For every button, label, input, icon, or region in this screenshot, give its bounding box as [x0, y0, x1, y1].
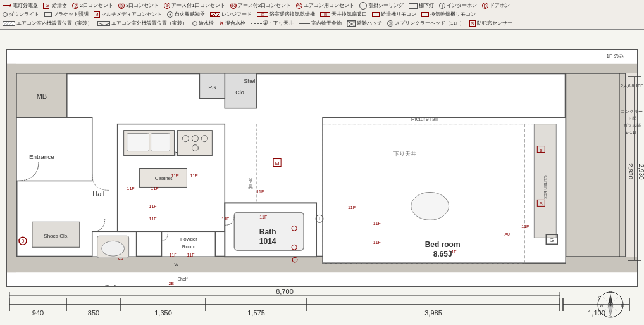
svg-text:1014: 1014	[259, 237, 276, 246]
svg-text:11F: 11F	[521, 224, 529, 229]
legend-mix-faucet: ✕ 混合水栓	[219, 19, 245, 28]
svg-text:Powder: Powder	[180, 236, 197, 242]
svg-text:N: N	[609, 291, 612, 294]
svg-rect-7	[566, 73, 626, 257]
legend-outdoor-ac: エアコン室外機設置位置（実装）	[97, 19, 187, 28]
svg-rect-13	[16, 118, 92, 181]
svg-text:G: G	[550, 237, 554, 243]
legend-water-faucet: 給水栓	[192, 19, 214, 28]
svg-text:z: z	[598, 295, 600, 299]
svg-text:Bath: Bath	[259, 227, 276, 236]
svg-rect-9	[7, 64, 637, 73]
svg-text:PS: PS	[208, 84, 216, 91]
svg-text:3,985: 3,985	[424, 309, 442, 317]
svg-text:Clo.: Clo.	[235, 89, 245, 96]
svg-text:11F: 11F	[348, 205, 356, 210]
svg-text:Shelf: Shelf	[177, 277, 187, 281]
svg-text:S: S	[540, 148, 543, 153]
legend-dryer-remote: 換気乾燥機リモコン	[421, 10, 476, 19]
compass: N E W S z	[597, 291, 625, 322]
legend-2outlet: 2 2口コンセント	[72, 1, 113, 10]
svg-text:Curtain Box: Curtain Box	[543, 175, 548, 199]
legend-ac-outlet: AC エアコン用コンセント	[296, 1, 354, 10]
svg-rect-91	[151, 134, 170, 151]
svg-text:11F: 11F	[449, 250, 457, 254]
legend-water-heater-remote: 給湯機リモコン	[372, 10, 416, 19]
svg-text:11F: 11F	[169, 253, 176, 257]
svg-point-39	[411, 192, 449, 220]
legend-row-2: ダウンライト ブラケット照明 M マルチメディアコンセント 自火報感知器 レンジ…	[3, 10, 641, 19]
legend-interphone: i インターホン	[439, 1, 477, 10]
svg-text:Picture rail: Picture rail	[411, 116, 438, 122]
dimensions-area: 940 850 1,350 1,575 3,985 8,700 1,100	[6, 289, 638, 324]
svg-text:S: S	[540, 201, 543, 206]
svg-text:1,350: 1,350	[154, 309, 172, 317]
concrete-label: コンクリート部ガラス部 2-11F	[621, 108, 643, 136]
legend-doorphone: D ドアホン	[482, 1, 510, 10]
legend-ceiling-hook: 引掛シーリング	[359, 1, 404, 10]
legend-downlight: ダウンライト	[3, 10, 39, 19]
svg-text:1,575: 1,575	[247, 309, 265, 317]
svg-text:11F: 11F	[149, 217, 157, 221]
svg-text:下り天井: 下り天井	[393, 151, 416, 157]
svg-text:2E: 2E	[168, 281, 174, 286]
svg-text:Hall: Hall	[92, 190, 104, 198]
svg-text:850: 850	[88, 309, 99, 317]
legend-multimedia: M マルチメディアコンセント	[94, 10, 162, 19]
svg-text:11F: 11F	[373, 221, 381, 226]
svg-line-2	[347, 21, 356, 27]
svg-rect-8	[7, 64, 16, 272]
floor-description-right: 2,4,6,8,10F	[621, 82, 643, 89]
svg-line-0	[98, 23, 110, 26]
legend-earth1: ⊕ アース付1口コンセント	[164, 1, 225, 10]
legend-earth2: ⊕2 アース付2口コンセント	[230, 1, 291, 10]
svg-text:11F: 11F	[171, 174, 178, 178]
svg-text:MB: MB	[37, 92, 47, 100]
svg-text:A0: A0	[504, 232, 510, 236]
svg-text:W: W	[174, 262, 178, 267]
svg-text:11F: 11F	[373, 240, 381, 245]
svg-text:940: 940	[32, 309, 44, 317]
legend-row-1: ⟶ 電灯分電盤 G 給湯器 2 2口コンセント 3 3口コンセント ⊕ アース付…	[3, 1, 641, 10]
legend-3outlet: 3 3口コンセント	[118, 1, 159, 10]
svg-text:Cabinet: Cabinet	[155, 175, 173, 181]
floor-label-right: 1F のみ	[606, 52, 624, 60]
svg-rect-84	[177, 131, 212, 156]
legend-shelf-light: 棚下灯	[409, 1, 434, 10]
legend-kyutoki: G 給湯器	[43, 1, 67, 10]
legend-sprinkler: S スプリンクラーヘッド（11F）	[387, 19, 464, 28]
legend-area: ⟶ 電灯分電盤 G 給湯器 2 2口コンセント 3 3口コンセント ⊕ アース付…	[0, 0, 644, 30]
svg-text:11F: 11F	[151, 186, 159, 191]
svg-text:11F: 11F	[259, 215, 267, 219]
legend-row-3: エアコン室内機設置位置（実装） エアコン室外機設置位置（実装） 給水栓 ✕ 混合…	[3, 19, 641, 28]
svg-text:D: D	[21, 239, 24, 243]
svg-text:11F: 11F	[149, 204, 157, 208]
legend-ceiling-fan: ⊠ 天井換気扇吸口	[320, 10, 367, 19]
legend-denki: ⟶ 電灯分電盤	[3, 1, 38, 10]
svg-text:11F: 11F	[221, 217, 229, 221]
svg-text:I: I	[319, 217, 320, 221]
svg-text:11F: 11F	[127, 186, 135, 191]
floorplan: MB Entrance Shoes Clo. Hall Toilet Kitch…	[6, 49, 638, 287]
svg-text:Room: Room	[182, 244, 196, 250]
svg-text:11F: 11F	[256, 189, 264, 194]
svg-text:M: M	[275, 161, 280, 167]
svg-text:11F: 11F	[190, 174, 197, 178]
svg-point-134	[609, 303, 612, 306]
svg-point-96	[102, 241, 125, 256]
legend-beam: 梁・下り天井	[251, 19, 294, 28]
legend-indoor-ac: エアコン室内機設置位置（実装）	[3, 19, 92, 28]
svg-text:Entrance: Entrance	[29, 153, 54, 160]
legend-security-sensor: S 防犯窓センサー	[469, 19, 512, 28]
legend-escape-hatch: 避難ハッチ	[347, 19, 382, 28]
svg-text:W: W	[600, 303, 604, 307]
svg-text:8,700: 8,700	[276, 289, 294, 295]
legend-drying-rail: 室内物干金物	[299, 19, 342, 28]
legend-bath-dryer: ⊞ 浴室暖房換気乾燥機	[257, 10, 315, 19]
legend-bracket: ブラケット照明	[44, 10, 89, 19]
svg-text:Bed room: Bed room	[425, 240, 461, 249]
svg-text:2,930: 2,930	[638, 163, 645, 179]
svg-text:Shoes Clo.: Shoes Clo.	[44, 233, 68, 239]
legend-fire-sensor: 自火報感知器	[167, 10, 205, 19]
svg-text:Shelf: Shelf	[105, 284, 117, 286]
